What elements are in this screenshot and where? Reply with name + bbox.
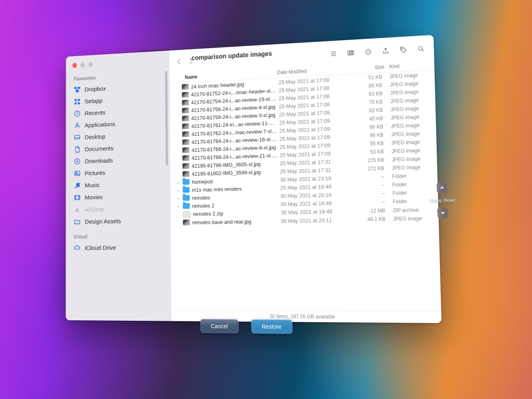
image-thumbnail-icon	[182, 171, 189, 177]
timeline-nav: Today (Now)	[429, 182, 456, 218]
airdrop-icon	[74, 206, 81, 214]
file-size: --	[355, 182, 385, 189]
cancel-button[interactable]: Cancel	[200, 319, 238, 333]
file-date: 25 May 2021 at 17:31	[280, 158, 352, 166]
file-kind: JPEG image	[386, 147, 430, 154]
restore-button[interactable]: Restore	[251, 320, 292, 334]
sidebar-item-design-assets[interactable]: Design Assets	[66, 214, 171, 228]
sidebar-label: AirDrop	[85, 206, 104, 213]
file-kind: ZIP archive	[388, 207, 431, 214]
file-date: 25 May 2021 at 17:31	[280, 166, 352, 174]
file-size: 62 KB	[354, 107, 383, 114]
image-thumbnail-icon	[182, 107, 189, 113]
image-thumbnail-icon	[182, 116, 189, 121]
nav-back-button[interactable]	[176, 57, 182, 68]
file-date: 30 May 2021 at 23:19	[280, 174, 353, 182]
sidebar-label: Documents	[85, 145, 114, 153]
disclosure-icon	[175, 87, 180, 88]
search-button[interactable]	[415, 45, 427, 53]
file-size: 51 KB	[353, 74, 382, 82]
music-icon	[74, 182, 81, 189]
setapp-icon	[74, 98, 81, 105]
column-kind[interactable]: Kind	[384, 62, 428, 70]
svg-rect-5	[75, 135, 80, 139]
file-kind: JPEG image	[385, 88, 428, 96]
file-size: --	[356, 199, 385, 206]
file-size: --	[355, 174, 385, 180]
svg-rect-11	[75, 195, 80, 200]
file-size: 75 KB	[354, 99, 383, 106]
svg-rect-14	[350, 51, 352, 55]
sidebar-item-airdrop[interactable]: AirDrop	[66, 202, 171, 216]
file-kind: JPEG image	[388, 215, 432, 222]
svg-rect-1	[78, 99, 80, 101]
file-date: 30 May 2021 at 20:11	[281, 217, 354, 224]
image-thumbnail-icon	[182, 147, 189, 153]
archive-icon	[183, 211, 191, 217]
minimize-button[interactable]	[80, 62, 85, 68]
image-thumbnail-icon	[182, 84, 189, 90]
sidebar-label: Desktop	[85, 133, 105, 141]
svg-point-17	[401, 48, 402, 49]
disclosure-icon: ›	[176, 203, 180, 209]
disclosure-icon	[175, 95, 180, 95]
svg-rect-13	[348, 51, 350, 56]
sidebar-label: Setapp	[85, 97, 103, 105]
folder-icon	[183, 195, 190, 201]
group-button[interactable]	[362, 48, 374, 56]
file-kind: JPEG image	[386, 114, 429, 121]
movies-icon	[74, 194, 81, 202]
cloud-icon	[74, 244, 81, 252]
tag-button[interactable]	[397, 46, 410, 54]
file-kind: JPEG image	[386, 122, 429, 130]
file-size: 272 KB	[355, 165, 384, 172]
action-buttons: Cancel Restore	[200, 319, 292, 334]
column-date[interactable]: Date Modified	[277, 66, 355, 75]
image-thumbnail-icon	[183, 219, 190, 225]
finder-window: Favourites Dropbox Setapp Recents Applic…	[66, 35, 442, 323]
view-list-button[interactable]	[328, 49, 339, 58]
share-button[interactable]	[380, 47, 391, 55]
sidebar-label: Movies	[85, 193, 103, 201]
sidebar-item-icloud-drive[interactable]: iCloud Drive	[66, 241, 171, 254]
file-name: remotes	[192, 193, 278, 201]
file-date: 25 May 2021 at 16:48	[280, 183, 353, 191]
folder-icon	[183, 203, 190, 209]
file-size: 225 KB	[355, 157, 384, 164]
image-thumbnail-icon	[182, 139, 189, 145]
timeline-label: Today (Now)	[430, 197, 455, 203]
sidebar: Favourites Dropbox Setapp Recents Applic…	[66, 51, 172, 321]
file-size: 80 KB	[353, 82, 382, 90]
file-date: 30 May 2021 at 20:19	[280, 191, 353, 199]
file-kind: JPEG image	[386, 130, 429, 137]
file-size: 63 KB	[353, 91, 382, 98]
clock-icon	[74, 110, 81, 118]
main-pane: comparison update images Name Date Modif…	[169, 35, 442, 323]
folder-icon	[182, 179, 189, 185]
zoom-button[interactable]	[88, 62, 93, 67]
file-kind: JPEG image	[387, 164, 431, 172]
file-size: 66 KB	[354, 124, 383, 131]
dropbox-icon	[74, 86, 81, 94]
file-size: 53 KB	[354, 149, 384, 156]
disclosure-icon	[175, 103, 180, 103]
sidebar-label: Design Assets	[85, 217, 121, 225]
view-columns-button[interactable]	[345, 49, 357, 57]
file-list: 24 inch imac header.jpg25 May 2021 at 17…	[169, 70, 441, 311]
file-size: 12 MB	[356, 208, 385, 214]
file-kind: Folder	[387, 172, 431, 179]
column-size[interactable]: Size	[355, 64, 384, 71]
file-kind: JPEG image	[385, 105, 429, 113]
sidebar-label: Applications	[85, 120, 115, 129]
image-thumbnail-icon	[182, 131, 189, 137]
timeline-up-button[interactable]	[437, 182, 448, 193]
close-button[interactable]	[72, 63, 77, 68]
file-date: 30 May 2021 at 19:48	[281, 200, 354, 207]
svg-rect-3	[78, 102, 80, 104]
sidebar-label: iCloud Drive	[85, 244, 116, 251]
timeline-down-button[interactable]	[437, 208, 448, 218]
document-icon	[74, 146, 81, 153]
image-thumbnail-icon	[182, 123, 189, 129]
svg-rect-15	[352, 51, 354, 55]
file-kind: Folder	[387, 181, 431, 188]
